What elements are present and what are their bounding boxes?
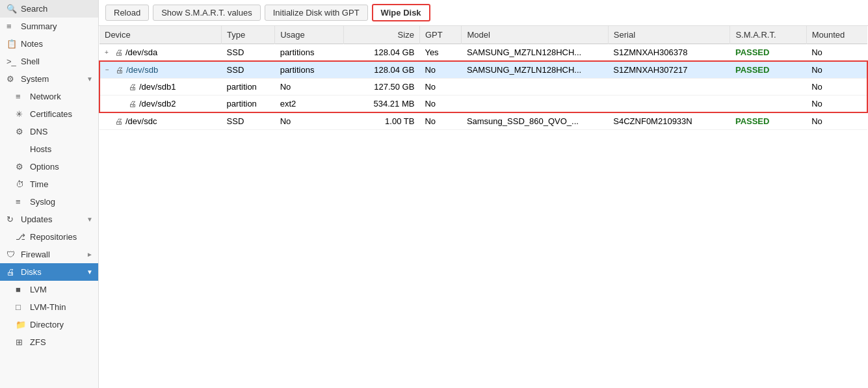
- wipe-disk-button[interactable]: Wipe Disk: [372, 4, 430, 21]
- sidebar-item-disks[interactable]: 🖨Disks▼: [0, 263, 98, 281]
- col-header-mounted[interactable]: Mounted: [806, 26, 867, 44]
- sidebar-item-hosts[interactable]: Hosts: [0, 140, 98, 158]
- disk-table-body: +🖨/dev/sdaSSDpartitions128.04 GBYesSAMSU…: [99, 44, 867, 130]
- disk-icon: 🖨: [129, 99, 137, 109]
- sidebar-item-updates[interactable]: ↻Updates▼: [0, 211, 98, 228]
- device-label: /dev/sda: [125, 47, 157, 57]
- directory-label: Directory: [30, 320, 64, 330]
- col-header-smart[interactable]: S.M.A.R.T.: [730, 26, 806, 44]
- system-expand-icon: ▼: [86, 75, 93, 83]
- lvm-icon: ■: [16, 285, 26, 294]
- repositories-label: Repositories: [30, 232, 77, 242]
- notes-label: Notes: [21, 39, 43, 49]
- hosts-label: Hosts: [30, 144, 51, 154]
- cell-mounted: No: [806, 79, 867, 96]
- sidebar-item-firewall[interactable]: 🛡Firewall►: [0, 246, 98, 263]
- firewall-expand-icon: ►: [86, 251, 93, 258]
- cell-model: SAMSUNG_MZ7LN128HCH...: [462, 61, 608, 79]
- sidebar-item-lvm[interactable]: ■LVM: [0, 281, 98, 298]
- cell-gpt: No: [419, 112, 461, 130]
- cell-mounted: No: [806, 112, 867, 130]
- dns-label: DNS: [30, 127, 47, 136]
- disks-expand-icon: ▼: [86, 268, 93, 276]
- table-row[interactable]: 🖨/dev/sdb1partitionNo127.50 GBNoNo: [99, 79, 867, 96]
- updates-icon: ↻: [7, 214, 17, 224]
- device-label: /dev/sdb2: [139, 99, 176, 109]
- sidebar-item-search[interactable]: 🔍Search: [0, 0, 98, 18]
- disks-label: Disks: [21, 267, 42, 277]
- updates-label: Updates: [21, 214, 52, 224]
- sidebar-item-lvm-thin[interactable]: □LVM-Thin: [0, 298, 98, 316]
- device-label: /dev/sdb: [126, 65, 158, 75]
- cell-mounted: No: [806, 44, 867, 62]
- sidebar-item-network[interactable]: ≡Network: [0, 88, 98, 105]
- sidebar-item-certificates[interactable]: ✳Certificates: [0, 105, 98, 123]
- disk-icon: 🖨: [115, 48, 123, 57]
- row-expand-button[interactable]: +: [105, 49, 112, 56]
- cell-mounted: No: [806, 61, 867, 79]
- disk-icon: 🖨: [115, 117, 123, 126]
- shell-label: Shell: [21, 57, 40, 66]
- cell-serial: S4CZNF0M210933N: [608, 112, 730, 130]
- sidebar-item-notes[interactable]: 📋Notes: [0, 35, 98, 53]
- col-header-model[interactable]: Model: [462, 26, 608, 44]
- col-header-serial[interactable]: Serial: [608, 26, 730, 44]
- syslog-label: Syslog: [30, 197, 55, 207]
- disk-table-container: Device Type Usage Size GPT Model Serial …: [99, 26, 868, 388]
- reload-button[interactable]: Reload: [105, 5, 149, 21]
- lvm-thin-label: LVM-Thin: [30, 302, 66, 312]
- cell-model: [462, 96, 608, 113]
- col-header-usage[interactable]: Usage: [275, 26, 344, 44]
- table-row[interactable]: 🖨/dev/sdcSSDNo1.00 TBNoSamsung_SSD_860_Q…: [99, 112, 867, 130]
- summary-label: Summary: [21, 21, 57, 31]
- sidebar-item-zfs[interactable]: ⊞ZFS: [0, 333, 98, 351]
- sidebar-item-options[interactable]: ⚙Options: [0, 158, 98, 175]
- cell-size: 1.00 TB: [343, 112, 419, 130]
- row-expand-button[interactable]: −: [105, 66, 113, 73]
- cell-device: 🖨/dev/sdb1: [99, 79, 222, 96]
- col-header-size[interactable]: Size: [343, 26, 419, 44]
- network-label: Network: [30, 92, 61, 101]
- disks-icon: 🖨: [7, 267, 17, 277]
- cell-size: 534.21 MB: [343, 96, 419, 113]
- sidebar-item-dns[interactable]: ⚙DNS: [0, 123, 98, 140]
- table-row[interactable]: −🖨/dev/sdbSSDpartitions128.04 GBNoSAMSUN…: [99, 61, 867, 79]
- dns-icon: ⚙: [16, 127, 26, 136]
- show-smart-button[interactable]: Show S.M.A.R.T. values: [153, 5, 260, 21]
- cell-type: partition: [222, 79, 275, 96]
- sidebar-item-system[interactable]: ⚙System▼: [0, 70, 98, 88]
- cell-usage: No: [275, 79, 344, 96]
- options-icon: ⚙: [16, 162, 26, 172]
- cell-device: +🖨/dev/sda: [99, 44, 222, 62]
- cell-type: SSD: [222, 44, 275, 62]
- initialize-gpt-button[interactable]: Initialize Disk with GPT: [265, 5, 368, 21]
- col-header-device[interactable]: Device: [99, 26, 222, 44]
- certificates-icon: ✳: [16, 109, 26, 119]
- sidebar: 🔍Search≡Summary📋Notes>_Shell⚙System▼≡Net…: [0, 0, 99, 388]
- sidebar-item-repositories[interactable]: ⎇Repositories: [0, 228, 98, 246]
- sidebar-item-time[interactable]: ⏱Time: [0, 175, 98, 193]
- table-row[interactable]: 🖨/dev/sdb2partitionext2534.21 MBNoNo: [99, 96, 867, 113]
- col-header-type[interactable]: Type: [222, 26, 275, 44]
- cell-gpt: No: [419, 61, 461, 79]
- syslog-icon: ≡: [16, 197, 26, 207]
- cell-smart: [730, 79, 806, 96]
- sidebar-item-summary[interactable]: ≡Summary: [0, 18, 98, 35]
- cell-usage: partitions: [275, 44, 344, 62]
- search-icon: 🔍: [7, 4, 17, 14]
- cell-serial: [608, 79, 730, 96]
- zfs-label: ZFS: [30, 337, 46, 347]
- col-header-gpt[interactable]: GPT: [419, 26, 461, 44]
- table-row[interactable]: +🖨/dev/sdaSSDpartitions128.04 GBYesSAMSU…: [99, 44, 867, 62]
- cell-model: SAMSUNG_MZ7LN128HCH...: [462, 44, 608, 62]
- directory-icon: 📁: [16, 320, 26, 330]
- sidebar-item-syslog[interactable]: ≡Syslog: [0, 193, 98, 211]
- certificates-label: Certificates: [30, 109, 72, 119]
- disk-icon: 🖨: [129, 83, 137, 92]
- options-label: Options: [30, 162, 59, 172]
- sidebar-item-shell[interactable]: >_Shell: [0, 53, 98, 70]
- device-label: /dev/sdb1: [139, 82, 176, 92]
- sidebar-item-directory[interactable]: 📁Directory: [0, 316, 98, 333]
- cell-device: 🖨/dev/sdb2: [99, 96, 222, 113]
- firewall-label: Firewall: [21, 250, 50, 259]
